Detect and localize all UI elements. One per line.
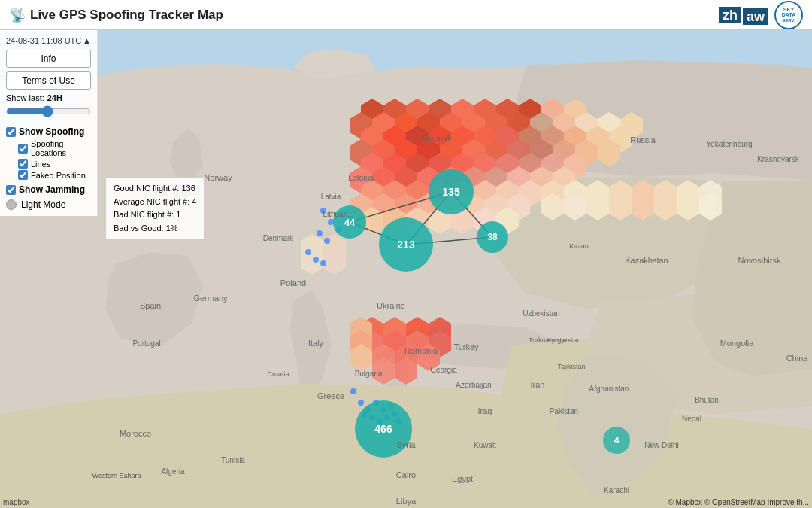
svg-text:Norway: Norway (204, 173, 232, 182)
mapbox-label: mapbox (3, 498, 30, 506)
mapbox-credit: mapbox (0, 498, 30, 506)
svg-text:Pakistan: Pakistan (550, 407, 578, 415)
show-jamming-main: Show Jamming (6, 184, 91, 195)
svg-text:Azerbaijan: Azerbaijan (456, 381, 491, 389)
bad-vs-good-text: Bad vs Good: 1% (114, 222, 196, 236)
info-button[interactable]: Info (6, 50, 91, 68)
svg-text:Russia: Russia (630, 135, 656, 144)
svg-text:Germany: Germany (193, 294, 228, 303)
svg-text:Kazan: Kazan (569, 242, 589, 250)
svg-text:Kazakhstan: Kazakhstan (625, 256, 668, 265)
svg-text:Nepal: Nepal (682, 415, 701, 423)
svg-point-149 (305, 249, 311, 255)
bad-nic-text: Bad NIC flight #: 1 (114, 208, 196, 222)
svg-text:Mongolia: Mongolia (720, 339, 755, 348)
svg-point-133 (328, 219, 334, 225)
svg-text:Ukraine: Ukraine (377, 301, 405, 310)
show-spoofing-label: Show Spoofing (19, 126, 84, 137)
info-box: Good NIC flight #: 136 Average NIC fligh… (105, 177, 205, 240)
spoofing-locations-checkbox[interactable] (18, 144, 28, 154)
datetime-row: 24-08-31 11:08 UTC ▲ (6, 36, 91, 45)
show-jamming-checkbox[interactable] (6, 185, 16, 195)
svg-point-150 (313, 257, 319, 263)
map-container[interactable]: 135 213 44 38 466 4 Finland Norway Eston… (0, 30, 812, 508)
show-spoofing-section: Show Spoofing Spoofing Locations Lines F… (6, 126, 91, 180)
chevron-icon[interactable]: ▲ (83, 36, 91, 45)
sidebar: 24-08-31 11:08 UTC ▲ Info Terms of Use S… (0, 30, 98, 216)
map-attribution[interactable]: © Mapbox © OpenStreetMap Improve th... (668, 498, 809, 506)
time-slider-container (6, 105, 91, 120)
show-jamming-section: Show Jamming (6, 184, 91, 195)
svg-text:Syria: Syria (396, 440, 416, 449)
terms-button[interactable]: Terms of Use (6, 71, 91, 90)
svg-text:Romania: Romania (404, 346, 438, 355)
svg-text:Krasnoyarsk: Krasnoyarsk (757, 155, 800, 163)
attribution-text: © Mapbox © OpenStreetMap Improve th... (668, 498, 809, 506)
svg-text:Portugal: Portugal (132, 339, 160, 348)
lines-row: Lines (18, 159, 91, 169)
svg-text:466: 466 (374, 423, 392, 435)
svg-text:Morocco: Morocco (120, 429, 151, 438)
svg-text:Georgia: Georgia (430, 366, 457, 374)
light-mode-toggle[interactable] (6, 199, 17, 210)
svg-text:38: 38 (487, 232, 498, 242)
faked-position-label: Faked Position (31, 171, 86, 180)
avg-nic-text: Average NIC flight #: 4 (114, 196, 196, 209)
show-last-label: Show last: (6, 93, 44, 102)
svg-text:Libya: Libya (396, 497, 417, 506)
time-slider[interactable] (6, 105, 91, 117)
faked-position-row: Faked Position (18, 170, 91, 180)
svg-text:Croatia: Croatia (267, 370, 289, 378)
svg-text:Tunisia: Tunisia (221, 456, 245, 464)
good-nic-text: Good NIC flight #: 136 (114, 182, 196, 196)
svg-text:Estonia: Estonia (348, 174, 374, 182)
svg-text:213: 213 (397, 239, 415, 251)
svg-text:Uzbekistan: Uzbekistan (523, 309, 559, 318)
svg-point-134 (317, 230, 323, 236)
svg-text:Egypt: Egypt (452, 474, 473, 483)
svg-point-137 (350, 388, 356, 394)
svg-text:Turkey: Turkey (453, 342, 479, 351)
svg-text:Kyrgyzstan: Kyrgyzstan (547, 336, 581, 344)
svg-text:Greece: Greece (317, 391, 344, 400)
svg-text:Bulgaria: Bulgaria (355, 370, 383, 378)
datetime-label: 24-08-31 11:08 UTC (6, 36, 81, 45)
svg-text:135: 135 (442, 186, 460, 198)
show-spoofing-checkbox[interactable] (6, 127, 16, 137)
lines-checkbox[interactable] (18, 159, 28, 169)
svg-text:Poland: Poland (280, 278, 306, 287)
svg-text:Iran: Iran (531, 380, 545, 389)
show-last-value: 24H (47, 93, 62, 102)
svg-text:Cairo: Cairo (396, 470, 416, 479)
svg-text:Italy: Italy (308, 339, 324, 348)
svg-point-151 (320, 260, 326, 266)
lines-label: Lines (31, 160, 50, 169)
svg-text:Latvia: Latvia (321, 193, 341, 201)
faked-position-checkbox[interactable] (18, 170, 28, 180)
top-bar: 📡 Live GPS Spoofing Tracker Map zh aw SK… (0, 0, 812, 30)
spoofing-locations-label: Spoofing Locations (31, 139, 91, 157)
svg-text:New Delhi: New Delhi (644, 441, 679, 449)
svg-text:Iraq: Iraq (478, 406, 492, 415)
light-mode-label: Light Mode (21, 199, 65, 210)
svg-text:Yekaterinburg: Yekaterinburg (706, 140, 752, 148)
svg-text:Finland: Finland (423, 134, 450, 143)
svg-point-138 (358, 400, 364, 406)
show-spoofing-main: Show Spoofing (6, 126, 91, 137)
svg-text:China: China (786, 354, 809, 363)
svg-text:Western Sahara: Western Sahara (92, 472, 141, 479)
light-mode-row[interactable]: Light Mode (6, 199, 91, 210)
svg-text:Algeria: Algeria (161, 467, 185, 476)
svg-text:Bhutan: Bhutan (695, 396, 719, 404)
svg-text:Afghanistan: Afghanistan (589, 385, 629, 393)
svg-text:Karachi: Karachi (604, 486, 629, 494)
svg-text:Denmark: Denmark (263, 234, 295, 242)
svg-text:Novosibirsk: Novosibirsk (738, 256, 781, 265)
title-icon: 📡 (9, 7, 26, 23)
show-jamming-label: Show Jamming (19, 184, 85, 195)
svg-text:Tajikistan: Tajikistan (557, 363, 585, 370)
svg-text:Kuwait: Kuwait (474, 441, 496, 449)
svg-text:Spain: Spain (140, 301, 161, 310)
svg-point-136 (324, 238, 330, 244)
svg-text:Lithuan...: Lithuan... (323, 210, 353, 218)
